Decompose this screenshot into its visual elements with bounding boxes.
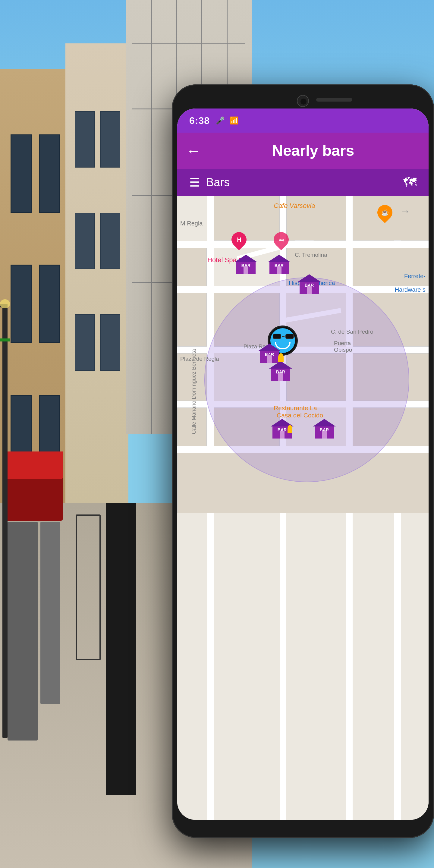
lamp-post (2, 304, 7, 738)
mic-icon: 🎤 (216, 116, 225, 125)
direction-arrow: → (400, 205, 410, 218)
plaza-regla-label: Plaza de Regla (180, 355, 219, 362)
table (7, 522, 38, 741)
status-icons: 🎤 📶 (216, 116, 239, 125)
bar-body-3: BAR (300, 282, 319, 294)
cafe-varsovia-label: Cafe Varsovia (274, 202, 315, 210)
app-bar: ← Nearly bars (177, 133, 429, 169)
bars-tab-label: Bars (206, 176, 230, 189)
location-pin-2 (287, 425, 292, 433)
bicycle-wheel (76, 515, 101, 660)
window (100, 314, 120, 371)
city-block-7 (177, 293, 207, 347)
phone-device: 6:38 🎤 📶 ← Nearly bars ☰ Bars (172, 84, 434, 838)
bar-door-2 (277, 267, 281, 274)
bar-marker-4[interactable]: BAR (258, 344, 281, 363)
hotel-marker-2: 🛏 (274, 232, 289, 247)
bar-door-6 (280, 431, 284, 438)
tab-bar: ☰ Bars 🗺 (177, 169, 429, 196)
restaurante-label-2: Casa del Cocido (277, 412, 323, 419)
bar-door-7 (322, 431, 327, 438)
back-button[interactable]: ← (186, 143, 201, 159)
ferrete-label: Ferrete- (404, 273, 426, 280)
front-camera (297, 95, 309, 107)
window (100, 111, 120, 167)
bar-door-3 (307, 286, 312, 294)
map-toggle-button[interactable]: 🗺 (403, 175, 416, 190)
window (10, 265, 32, 343)
calle-mariano-label: Calle Mariano Domínguez Berrueta (191, 349, 197, 434)
bar-marker-3[interactable]: BAR (298, 274, 321, 294)
bar-door-5 (278, 373, 283, 381)
phone-body: 6:38 🎤 📶 ← Nearly bars ☰ Bars (172, 84, 434, 838)
status-time: 6:38 (189, 115, 210, 126)
san-pedro-label: C. de San Pedro (331, 329, 373, 335)
flower-box (0, 338, 10, 341)
bar-door-1 (244, 267, 248, 274)
bar-body-1: BAR (236, 262, 255, 274)
radius-circle (204, 277, 409, 482)
sim-icon: 📶 (230, 116, 239, 125)
bar-body-2: BAR (270, 262, 289, 274)
city-block-1 (214, 196, 280, 241)
sunglasses (273, 334, 294, 339)
scaffold-h (132, 43, 245, 44)
cafe-marker: ☕ (377, 205, 393, 220)
bar-body-5: BAR (271, 369, 290, 381)
bar-marker-2[interactable]: BAR (268, 255, 290, 274)
bar-roof-7 (313, 419, 336, 427)
hardware-label: Hardware s (395, 286, 426, 293)
doorway (106, 503, 136, 795)
city-block-4 (177, 248, 207, 286)
glasses-bridge (282, 336, 284, 337)
window (75, 314, 95, 371)
camera-lens (301, 98, 307, 104)
bar-marker-5[interactable]: BAR (269, 361, 292, 381)
speaker (316, 98, 352, 101)
window (39, 265, 60, 343)
tab-bars[interactable]: ☰ Bars (189, 176, 230, 189)
hotel-marker-1: H (231, 232, 247, 247)
chair (40, 522, 61, 704)
phone-screen: 6:38 🎤 📶 ← Nearly bars ☰ Bars (177, 108, 429, 820)
scaffold-v (151, 0, 152, 434)
map-area[interactable]: → Cafe Varsovia M Regla Hotel Spa QH C. … (177, 196, 429, 820)
screen-content: 6:38 🎤 📶 ← Nearly bars ☰ Bars (177, 108, 429, 820)
right-lens (285, 334, 294, 339)
bar-body-7: BAR (315, 427, 334, 438)
awning-stripe (5, 452, 63, 479)
m-regla-label: M Regla (180, 220, 203, 227)
puerta-label: Puerta (334, 340, 351, 347)
restaurante-label-1: Restaurante La (274, 404, 317, 412)
status-bar: 6:38 🎤 📶 (177, 108, 429, 133)
window (75, 111, 95, 167)
window (39, 134, 60, 213)
bar-marker-1[interactable]: BAR (235, 255, 257, 274)
tremolina-label: C. Tremolina (295, 252, 327, 258)
window (10, 134, 32, 213)
bar-roof-1 (235, 255, 257, 262)
list-icon: ☰ (189, 176, 200, 189)
bar-marker-7[interactable]: BAR (313, 419, 336, 438)
bar-roof-3 (298, 274, 321, 282)
app-title: Nearly bars (207, 142, 420, 159)
city-block-6 (352, 248, 429, 286)
bar-roof-5 (269, 361, 292, 369)
window (75, 213, 95, 269)
window (100, 213, 120, 269)
bar-roof-4 (258, 344, 281, 351)
location-pin (278, 353, 284, 362)
awning (5, 452, 63, 521)
bar-roof-2 (268, 255, 290, 262)
obispo-label: Obispo (334, 347, 352, 353)
left-lens (273, 334, 281, 339)
